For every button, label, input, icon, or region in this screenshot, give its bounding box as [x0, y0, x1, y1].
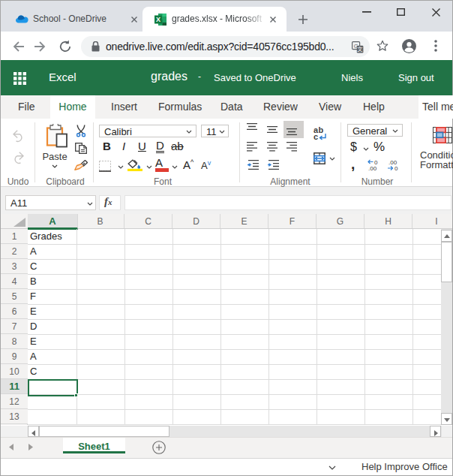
svg-text:.00: .00	[368, 165, 377, 171]
svg-text:文: 文	[357, 46, 363, 53]
svg-text:X: X	[156, 16, 160, 23]
svg-text:0: 0	[394, 165, 398, 171]
